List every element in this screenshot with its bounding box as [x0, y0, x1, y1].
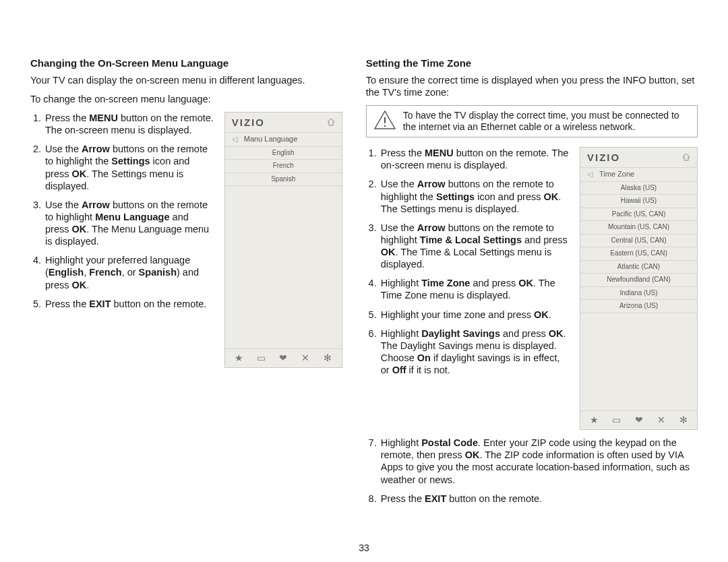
back-icon: ◁ [229, 135, 240, 144]
step-1: Press the MENU button on the remote. The… [380, 147, 570, 171]
step-3: Use the Arrow buttons on the remote to h… [44, 199, 214, 248]
option: Atlantic (CAN) [580, 261, 697, 274]
step-3: Use the Arrow buttons on the remote to h… [380, 222, 570, 271]
step-6: Highlight Daylight Savings and press OK.… [380, 327, 570, 377]
v-heart-icon: ❤ [276, 352, 290, 365]
panel-menu-title-row: ◁ Manu Language [225, 133, 342, 147]
step-2: Use the Arrow buttons on the remote to h… [44, 143, 214, 192]
option: Mountain (US, CAN) [580, 221, 697, 235]
svg-point-1 [384, 125, 386, 127]
option: Alaska (US) [580, 182, 697, 195]
x-icon: ✕ [655, 414, 668, 427]
heading-time-zone: Setting the Time Zone [366, 57, 698, 70]
intro-paragraph-1: Your TV can display the on-screen menu i… [30, 74, 342, 86]
option: Spanish [225, 173, 342, 187]
warning-icon [373, 110, 396, 133]
page-number: 33 [359, 542, 369, 555]
step-4: Highlight your preferred language (Engli… [44, 254, 214, 290]
right-column: Setting the Time Zone To ensure the corr… [366, 57, 698, 511]
gear-icon: ✻ [677, 414, 690, 427]
panel-footer: ★ ▭ ❤ ✕ ✻ [225, 348, 342, 368]
panel-header: VIZIO [225, 113, 342, 133]
x-icon: ✕ [299, 352, 312, 365]
cc-icon: ▭ [254, 352, 268, 365]
panel-header: VIZIO [580, 148, 697, 168]
option: Central (US, CAN) [580, 235, 697, 248]
left-column: Changing the On-Screen Menu Language You… [30, 57, 342, 511]
warning-box: To have the TV display the correct time,… [366, 105, 698, 137]
star-icon: ★ [588, 414, 601, 427]
back-icon: ◁ [584, 170, 595, 179]
panel-menu-title: Manu Language [244, 135, 298, 144]
option: Eastern (US, CAN) [580, 247, 697, 261]
step-5: Press the EXIT button on the remote. [44, 298, 214, 310]
step-4: Highlight Time Zone and press OK. The Ti… [380, 277, 570, 301]
steps-time-zone-cont: Highlight Postal Code. Enter your ZIP co… [366, 437, 698, 505]
panel-menu-title: Time Zone [599, 170, 634, 179]
option: French [225, 160, 342, 173]
brand-label: VIZIO [587, 152, 620, 164]
star-icon: ★ [232, 352, 245, 365]
option: English [225, 147, 342, 160]
panel-footer: ★ ▭ ❤ ✕ ✻ [580, 410, 697, 430]
vizio-panel-language: VIZIO ◁ Manu Language English French Spa… [224, 112, 342, 368]
step-8: Press the EXIT button on the remote. [380, 493, 698, 505]
intro-paragraph-2: To change the on-screen menu language: [30, 93, 342, 105]
home-icon [327, 117, 335, 129]
gear-icon: ✻ [321, 352, 334, 365]
panel-options-list: Alaska (US) Hawaii (US) Pacific (US, CAN… [580, 182, 697, 313]
intro-paragraph: To ensure the correct time is displayed … [366, 74, 698, 98]
home-icon [682, 152, 690, 164]
warning-text: To have the TV display the correct time,… [403, 110, 690, 133]
option: Hawaii (US) [580, 195, 697, 208]
step-7: Highlight Postal Code. Enter your ZIP co… [380, 437, 698, 486]
brand-label: VIZIO [232, 117, 265, 129]
vizio-panel-timezone: VIZIO ◁ Time Zone Alaska (US) Hawaii (US… [580, 147, 698, 430]
panel-options-list: English French Spanish [225, 147, 342, 187]
v-heart-icon: ❤ [632, 414, 646, 427]
panel-menu-title-row: ◁ Time Zone [580, 168, 697, 182]
step-1: Press the MENU button on the remote. The… [44, 112, 214, 136]
option: Indiana (US) [580, 287, 697, 301]
step-5: Highlight your time zone and press OK. [380, 309, 570, 321]
option: Newfoundland (CAN) [580, 274, 697, 287]
steps-time-zone: Press the MENU button on the remote. The… [366, 147, 570, 376]
option: Arizona (US) [580, 300, 697, 313]
steps-menu-language: Press the MENU button on the remote. The… [30, 112, 214, 310]
option: Pacific (US, CAN) [580, 208, 697, 222]
cc-icon: ▭ [610, 414, 624, 427]
heading-menu-language: Changing the On-Screen Menu Language [30, 57, 342, 70]
step-2: Use the Arrow buttons on the remote to h… [380, 178, 570, 214]
